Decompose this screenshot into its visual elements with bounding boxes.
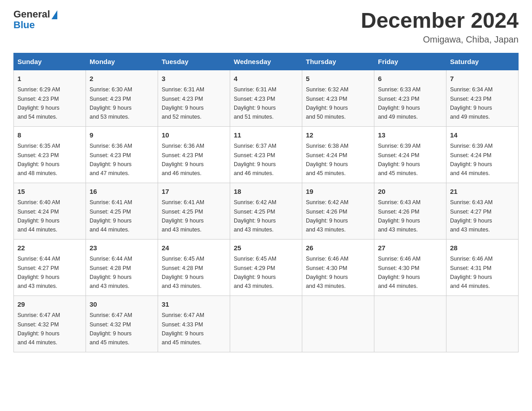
day-number: 3 — [162, 74, 226, 84]
calendar-day-cell: 31 Sunrise: 6:47 AMSunset: 4:33 PMDaylig… — [158, 295, 230, 352]
day-number: 24 — [162, 243, 226, 253]
calendar-day-cell: 9 Sunrise: 6:36 AMSunset: 4:23 PMDayligh… — [86, 126, 158, 183]
day-info: Sunrise: 6:38 AMSunset: 4:24 PMDaylight:… — [306, 143, 348, 176]
calendar-day-cell: 4 Sunrise: 6:31 AMSunset: 4:23 PMDayligh… — [230, 70, 302, 126]
location: Omigawa, Chiba, Japan — [361, 34, 519, 45]
day-info: Sunrise: 6:42 AMSunset: 4:25 PMDaylight:… — [234, 199, 276, 233]
day-info: Sunrise: 6:41 AMSunset: 4:25 PMDaylight:… — [90, 199, 132, 233]
day-number: 26 — [306, 243, 370, 253]
calendar-day-cell: 3 Sunrise: 6:31 AMSunset: 4:23 PMDayligh… — [158, 70, 230, 126]
day-number: 27 — [378, 243, 442, 253]
calendar-day-cell: 15 Sunrise: 6:40 AMSunset: 4:24 PMDaylig… — [14, 183, 86, 239]
day-number: 5 — [306, 74, 370, 84]
calendar-day-cell: 1 Sunrise: 6:29 AMSunset: 4:23 PMDayligh… — [14, 70, 86, 126]
calendar-day-cell: 12 Sunrise: 6:38 AMSunset: 4:24 PMDaylig… — [302, 126, 374, 183]
day-number: 2 — [90, 74, 154, 84]
day-info: Sunrise: 6:36 AMSunset: 4:23 PMDaylight:… — [90, 143, 132, 176]
day-number: 25 — [234, 243, 298, 253]
calendar-day-cell: 7 Sunrise: 6:34 AMSunset: 4:23 PMDayligh… — [446, 70, 519, 126]
day-info: Sunrise: 6:34 AMSunset: 4:23 PMDaylight:… — [450, 86, 493, 120]
logo-general: General — [13, 9, 50, 20]
day-info: Sunrise: 6:47 AMSunset: 4:32 PMDaylight:… — [17, 312, 60, 346]
day-number: 1 — [17, 74, 82, 84]
calendar-day-cell: 20 Sunrise: 6:43 AMSunset: 4:26 PMDaylig… — [374, 183, 446, 239]
day-number: 10 — [162, 130, 226, 141]
day-number: 31 — [162, 300, 226, 310]
calendar-day-cell: 26 Sunrise: 6:46 AMSunset: 4:30 PMDaylig… — [302, 239, 374, 295]
logo: General Blue — [13, 9, 57, 30]
day-info: Sunrise: 6:46 AMSunset: 4:30 PMDaylight:… — [306, 256, 348, 289]
day-number: 13 — [378, 130, 442, 141]
day-info: Sunrise: 6:47 AMSunset: 4:32 PMDaylight:… — [90, 312, 132, 346]
day-number: 16 — [90, 187, 154, 197]
calendar-day-cell: 2 Sunrise: 6:30 AMSunset: 4:23 PMDayligh… — [86, 70, 158, 126]
day-number: 9 — [90, 130, 154, 141]
day-number: 12 — [306, 130, 370, 141]
day-info: Sunrise: 6:37 AMSunset: 4:23 PMDaylight:… — [234, 143, 276, 176]
calendar-day-cell: 29 Sunrise: 6:47 AMSunset: 4:32 PMDaylig… — [14, 295, 86, 352]
calendar-day-cell: 10 Sunrise: 6:36 AMSunset: 4:23 PMDaylig… — [158, 126, 230, 183]
calendar-table: Sunday Monday Tuesday Wednesday Thursday… — [13, 53, 519, 352]
col-monday: Monday — [86, 53, 158, 70]
day-info: Sunrise: 6:32 AMSunset: 4:23 PMDaylight:… — [306, 86, 348, 120]
day-number: 4 — [234, 74, 298, 84]
calendar-week-row: 29 Sunrise: 6:47 AMSunset: 4:32 PMDaylig… — [14, 295, 519, 352]
col-saturday: Saturday — [446, 53, 519, 70]
day-number: 23 — [90, 243, 154, 253]
day-info: Sunrise: 6:40 AMSunset: 4:24 PMDaylight:… — [17, 199, 60, 233]
day-number: 21 — [450, 187, 515, 197]
day-number: 22 — [17, 243, 82, 253]
day-info: Sunrise: 6:44 AMSunset: 4:27 PMDaylight:… — [17, 256, 60, 289]
page-header: General Blue December 2024 Omigawa, Chib… — [13, 9, 519, 45]
day-info: Sunrise: 6:30 AMSunset: 4:23 PMDaylight:… — [90, 86, 132, 120]
calendar-day-cell: 27 Sunrise: 6:46 AMSunset: 4:30 PMDaylig… — [374, 239, 446, 295]
day-info: Sunrise: 6:29 AMSunset: 4:23 PMDaylight:… — [17, 86, 60, 120]
calendar-day-cell: 5 Sunrise: 6:32 AMSunset: 4:23 PMDayligh… — [302, 70, 374, 126]
calendar-week-row: 8 Sunrise: 6:35 AMSunset: 4:23 PMDayligh… — [14, 126, 519, 183]
calendar-day-cell: 28 Sunrise: 6:46 AMSunset: 4:31 PMDaylig… — [446, 239, 519, 295]
day-info: Sunrise: 6:45 AMSunset: 4:28 PMDaylight:… — [162, 256, 204, 289]
calendar-day-cell — [374, 295, 446, 352]
day-info: Sunrise: 6:42 AMSunset: 4:26 PMDaylight:… — [306, 199, 348, 233]
calendar-day-cell: 14 Sunrise: 6:39 AMSunset: 4:24 PMDaylig… — [446, 126, 519, 183]
calendar-day-cell: 19 Sunrise: 6:42 AMSunset: 4:26 PMDaylig… — [302, 183, 374, 239]
calendar-day-cell: 16 Sunrise: 6:41 AMSunset: 4:25 PMDaylig… — [86, 183, 158, 239]
calendar-day-cell: 25 Sunrise: 6:45 AMSunset: 4:29 PMDaylig… — [230, 239, 302, 295]
day-number: 17 — [162, 187, 226, 197]
col-wednesday: Wednesday — [230, 53, 302, 70]
calendar-week-row: 15 Sunrise: 6:40 AMSunset: 4:24 PMDaylig… — [14, 183, 519, 239]
day-number: 7 — [450, 74, 515, 84]
day-number: 19 — [306, 187, 370, 197]
title-block: December 2024 Omigawa, Chiba, Japan — [361, 9, 519, 45]
month-title: December 2024 — [361, 9, 519, 33]
day-number: 6 — [378, 74, 442, 84]
day-number: 28 — [450, 243, 515, 253]
col-friday: Friday — [374, 53, 446, 70]
day-info: Sunrise: 6:46 AMSunset: 4:30 PMDaylight:… — [378, 256, 420, 289]
calendar-day-cell: 18 Sunrise: 6:42 AMSunset: 4:25 PMDaylig… — [230, 183, 302, 239]
day-info: Sunrise: 6:39 AMSunset: 4:24 PMDaylight:… — [450, 143, 493, 176]
calendar-day-cell: 8 Sunrise: 6:35 AMSunset: 4:23 PMDayligh… — [14, 126, 86, 183]
day-number: 29 — [17, 300, 82, 310]
calendar-day-cell — [302, 295, 374, 352]
calendar-day-cell — [446, 295, 519, 352]
col-sunday: Sunday — [14, 53, 86, 70]
day-info: Sunrise: 6:43 AMSunset: 4:26 PMDaylight:… — [378, 199, 420, 233]
day-info: Sunrise: 6:36 AMSunset: 4:23 PMDaylight:… — [162, 143, 204, 176]
col-thursday: Thursday — [302, 53, 374, 70]
calendar-week-row: 1 Sunrise: 6:29 AMSunset: 4:23 PMDayligh… — [14, 70, 519, 126]
calendar-day-cell: 23 Sunrise: 6:44 AMSunset: 4:28 PMDaylig… — [86, 239, 158, 295]
logo-triangle-icon — [51, 10, 57, 19]
day-number: 15 — [17, 187, 82, 197]
day-info: Sunrise: 6:46 AMSunset: 4:31 PMDaylight:… — [450, 256, 493, 289]
day-info: Sunrise: 6:33 AMSunset: 4:23 PMDaylight:… — [378, 86, 420, 120]
day-number: 20 — [378, 187, 442, 197]
day-info: Sunrise: 6:31 AMSunset: 4:23 PMDaylight:… — [234, 86, 276, 120]
calendar-header-row: Sunday Monday Tuesday Wednesday Thursday… — [14, 53, 519, 70]
col-tuesday: Tuesday — [158, 53, 230, 70]
day-number: 14 — [450, 130, 515, 141]
calendar-day-cell: 17 Sunrise: 6:41 AMSunset: 4:25 PMDaylig… — [158, 183, 230, 239]
day-info: Sunrise: 6:35 AMSunset: 4:23 PMDaylight:… — [17, 143, 60, 176]
day-info: Sunrise: 6:39 AMSunset: 4:24 PMDaylight:… — [378, 143, 420, 176]
calendar-week-row: 22 Sunrise: 6:44 AMSunset: 4:27 PMDaylig… — [14, 239, 519, 295]
